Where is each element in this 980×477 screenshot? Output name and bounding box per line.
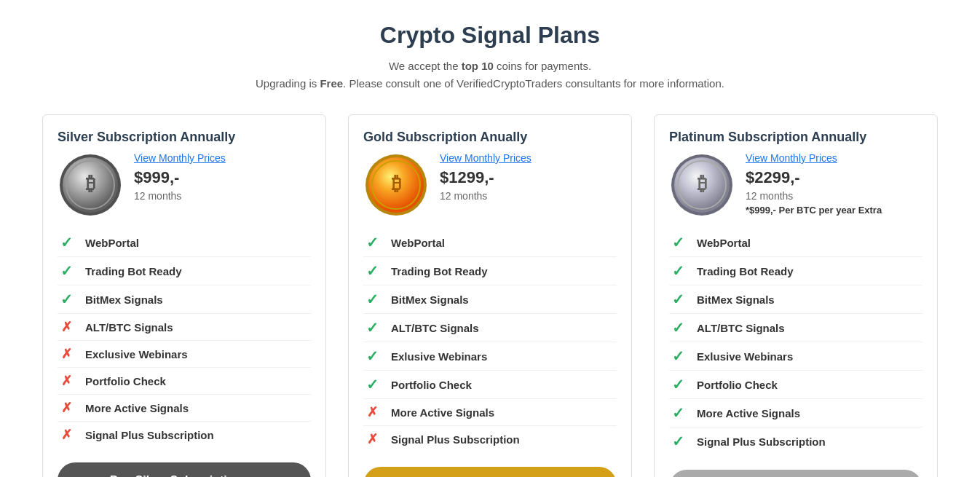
plans-container: Silver Subscription Annually ₿ View Mont… [17, 114, 963, 477]
checkmark-icon: ✓ [669, 262, 687, 280]
checkmark-icon: ✓ [363, 262, 381, 280]
list-item: ✓Exlusive Webinars [669, 342, 922, 371]
cross-icon: ✗ [363, 404, 381, 420]
list-item: ✓Exlusive Webinars [363, 342, 617, 371]
plan-extra-platinum: *$999,- Per BTC per year Extra [746, 205, 882, 216]
list-item: ✓WebPortal [58, 229, 311, 257]
list-item: ✓BitMex Signals [669, 285, 922, 314]
checkmark-icon: ✓ [58, 262, 75, 280]
list-item: ✓BitMex Signals [58, 285, 311, 314]
cross-icon: ✗ [58, 427, 75, 443]
plan-price-platinum: $2299,- [746, 168, 882, 187]
feature-label: Exlusive Webinars [697, 350, 793, 363]
cross-icon: ✗ [58, 319, 75, 335]
list-item: ✗More Active Signals [58, 395, 311, 422]
plan-duration-silver: 12 months [134, 190, 226, 202]
list-item: ✓ALT/BTC Signals [363, 314, 617, 342]
list-item: ✓ALT/BTC Signals [669, 314, 922, 342]
checkmark-icon: ✓ [363, 291, 381, 308]
checkmark-icon: ✓ [669, 319, 687, 336]
feature-label: WebPortal [85, 237, 139, 249]
buy-button-silver[interactable]: Buy Silver Subscriptionn› [58, 462, 311, 477]
list-item: ✗More Active Signals [363, 399, 617, 426]
svg-text:₿: ₿ [86, 173, 95, 194]
list-item: ✓More Active Signals [669, 399, 922, 427]
list-item: ✗ALT/BTC Signals [58, 314, 311, 341]
list-item: ✓WebPortal [363, 229, 617, 257]
buy-button-gold[interactable]: Buy Gold Subscription› [363, 467, 617, 477]
plan-duration-platinum: 12 months [746, 190, 882, 202]
checkmark-icon: ✓ [363, 376, 381, 393]
feature-label: WebPortal [391, 237, 445, 249]
plan-coin-row-gold: ₿ View Monthly Prices$1299,-12 months [363, 152, 617, 218]
list-item: ✓Portfolio Check [669, 371, 922, 399]
feature-label: Signal Plus Subscription [391, 433, 520, 446]
list-item: ✓Trading Bot Ready [363, 257, 617, 285]
svg-text:₿: ₿ [392, 173, 401, 194]
feature-label: Portfolio Check [85, 375, 166, 387]
view-monthly-link-gold[interactable]: View Monthly Prices [440, 152, 532, 164]
feature-label: BitMex Signals [697, 293, 775, 306]
feature-label: BitMex Signals [85, 293, 163, 306]
checkmark-icon: ✓ [669, 234, 687, 251]
plan-card-silver: Silver Subscription Annually ₿ View Mont… [42, 114, 326, 477]
features-list-gold: ✓WebPortal✓Trading Bot Ready✓BitMex Sign… [363, 229, 617, 452]
chevron-right-icon: › [254, 473, 258, 477]
cross-icon: ✗ [58, 400, 75, 416]
feature-label: More Active Signals [85, 402, 189, 414]
feature-label: Exclusive Webinars [85, 348, 188, 360]
feature-label: ALT/BTC Signals [391, 322, 479, 334]
feature-label: Signal Plus Subscription [85, 429, 214, 441]
feature-label: More Active Signals [697, 407, 800, 419]
plan-card-gold: Gold Subscription Anually ₿ View Monthly… [348, 114, 632, 477]
features-list-platinum: ✓WebPortal✓Trading Bot Ready✓BitMex Sign… [669, 229, 922, 455]
cross-icon: ✗ [58, 346, 75, 362]
plan-title-silver: Silver Subscription Annually [58, 130, 311, 145]
feature-label: Signal Plus Subscription [697, 435, 826, 448]
svg-text:₿: ₿ [698, 173, 707, 194]
cross-icon: ✗ [58, 373, 75, 389]
checkmark-icon: ✓ [669, 433, 687, 450]
plan-pricing-silver: View Monthly Prices$999,-12 months [134, 152, 226, 202]
subtitle-line1: We accept the top 10 coins for payments. [256, 58, 724, 75]
feature-label: Portfolio Check [391, 379, 472, 391]
checkmark-icon: ✓ [363, 347, 381, 365]
plan-title-gold: Gold Subscription Anually [363, 130, 617, 145]
view-monthly-link-platinum[interactable]: View Monthly Prices [746, 152, 882, 164]
plan-coin-row-silver: ₿ View Monthly Prices$999,-12 months [58, 152, 311, 218]
feature-label: Trading Bot Ready [85, 265, 182, 277]
feature-label: WebPortal [697, 237, 751, 249]
plan-duration-gold: 12 months [440, 190, 532, 202]
checkmark-icon: ✓ [363, 319, 381, 336]
feature-label: More Active Signals [391, 406, 494, 419]
list-item: ✓Portfolio Check [363, 371, 617, 399]
checkmark-icon: ✓ [58, 234, 75, 251]
page-title: Crypto Signal Plans [256, 22, 724, 49]
cross-icon: ✗ [363, 431, 381, 447]
view-monthly-link-silver[interactable]: View Monthly Prices [134, 152, 226, 164]
subtitle-line2: Upgrading is Free. Please consult one of… [256, 75, 724, 92]
checkmark-icon: ✓ [669, 404, 687, 422]
list-item: ✗Portfolio Check [58, 368, 311, 395]
feature-label: Portfolio Check [697, 379, 778, 391]
buy-button-platinum[interactable]: Buy Platinum Subscription› [669, 470, 922, 477]
list-item: ✗Signal Plus Subscription [363, 426, 617, 452]
list-item: ✓Signal Plus Subscription [669, 427, 922, 455]
plan-coin-row-platinum: ₿ View Monthly Prices$2299,-12 months*$9… [669, 152, 922, 218]
coin-icon-platinum: ₿ [669, 152, 735, 218]
plan-price-gold: $1299,- [440, 168, 532, 187]
checkmark-icon: ✓ [363, 234, 381, 251]
list-item: ✓BitMex Signals [363, 285, 617, 314]
feature-label: Exlusive Webinars [391, 350, 487, 363]
checkmark-icon: ✓ [58, 291, 75, 308]
feature-label: ALT/BTC Signals [85, 321, 173, 334]
plan-pricing-platinum: View Monthly Prices$2299,-12 months*$999… [746, 152, 882, 216]
plan-title-platinum: Platinum Subscription Annually [669, 130, 922, 145]
plan-pricing-gold: View Monthly Prices$1299,-12 months [440, 152, 532, 202]
buy-button-label: Buy Silver Subscriptionn [110, 474, 248, 478]
feature-label: Trading Bot Ready [697, 265, 794, 277]
coin-icon-gold: ₿ [363, 152, 429, 218]
plan-price-silver: $999,- [134, 168, 226, 187]
list-item: ✗Exclusive Webinars [58, 341, 311, 368]
coin-icon-silver: ₿ [58, 152, 123, 218]
